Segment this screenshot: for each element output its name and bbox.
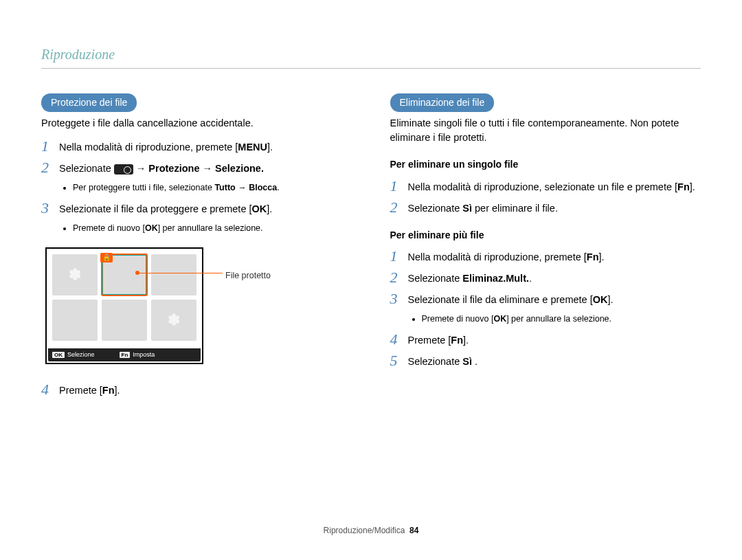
footer-ok-group: OKSelezione — [52, 350, 95, 359]
step-2: 2 Selezionate Eliminaz.Mult.. — [390, 270, 701, 286]
text: . — [277, 183, 279, 192]
step-1: 1 Nella modalità di riproduzione, premet… — [390, 249, 701, 265]
step-number: 2 — [41, 160, 51, 175]
step-number: 2 — [390, 270, 400, 285]
text: ]. — [115, 385, 120, 396]
text: Nella modalità di riproduzione, premete … — [408, 251, 587, 262]
step-text: Premete [Fn]. — [59, 382, 352, 398]
step-2: 2 Selezionate → Protezione → Selezione. — [41, 160, 352, 176]
text: Premete di nuovo [ — [422, 314, 494, 324]
step-text: Selezionate Sì per eliminare il file. — [408, 200, 701, 216]
text: . — [472, 356, 477, 367]
step-5: 5 Selezionate Sì . — [390, 353, 701, 369]
fn-key: Fn — [102, 385, 115, 396]
columns: Protezione dei file Proteggete i file da… — [41, 93, 701, 403]
step-text: Selezionate → Protezione → Selezione. — [59, 160, 352, 176]
camera-screenshot: ✽ 🔒 ✽ OKSelezione FnImposta — [45, 247, 203, 364]
step-text: Selezionate Sì . — [408, 353, 701, 369]
text: Nella modalità di riproduzione, premete … — [59, 142, 238, 153]
step-text: Nella modalità di riproduzione, premete … — [408, 249, 701, 265]
text: Premete [ — [408, 335, 451, 346]
subhead-single-delete: Per eliminare un singolo file — [390, 157, 701, 171]
step-text: Selezionate Eliminaz.Mult.. — [408, 270, 701, 286]
text: Selezionate — [59, 163, 114, 174]
thumb-5 — [102, 300, 147, 341]
ok-key: OK — [493, 314, 506, 324]
text: Selezionate il file da proteggere e prem… — [59, 203, 252, 214]
step-3: 3 Selezionate il file da proteggere e pr… — [41, 201, 352, 216]
text: Premete [ — [59, 385, 102, 396]
page-footer: Riproduzione/Modifica 84 — [0, 526, 742, 535]
step-1: 1 Nella modalità di riproduzione, selezi… — [390, 179, 701, 194]
text: ]. — [607, 294, 613, 305]
text: ]. — [599, 251, 605, 262]
flower-icon: ✽ — [168, 309, 180, 331]
callout-label: File protetto — [225, 269, 271, 282]
section-pill-delete: Eliminazione dei file — [390, 93, 495, 112]
section-subtitle: Eliminate singoli file o tutti i file co… — [390, 116, 701, 145]
step-text: Selezionate il file da proteggere e prem… — [59, 201, 352, 216]
steps-protect-cont: 3 Selezionate il file da proteggere e pr… — [41, 201, 352, 216]
step-number: 4 — [390, 332, 400, 347]
step-number: 1 — [41, 139, 51, 154]
ok-key: OK — [593, 294, 608, 305]
ok-key: OK — [145, 223, 158, 233]
step-number: 3 — [41, 201, 51, 216]
subhead-multi-delete: Per eliminare più file — [390, 228, 701, 242]
text: ] per annullare la selezione. — [158, 223, 263, 233]
text: . — [529, 273, 532, 284]
page-number: 84 — [409, 526, 418, 535]
step-3-bullets: Premete di nuovo [OK] per annullare la s… — [60, 222, 352, 234]
lock-icon: 🔒 — [100, 253, 113, 263]
bullet: Premete di nuovo [OK] per annullare la s… — [422, 313, 701, 325]
text: ]. — [690, 181, 695, 192]
right-column: Eliminazione dei file Eliminate singoli … — [390, 93, 701, 403]
thumb-3 — [151, 254, 196, 295]
bold: Blocca — [249, 183, 277, 192]
fn-key: Fn — [451, 335, 463, 346]
step-number: 1 — [390, 249, 400, 264]
step-text: Nella modalità di riproduzione, premete … — [59, 139, 352, 155]
text: Nella modalità di riproduzione, selezion… — [408, 181, 678, 192]
step-3-bullets: Premete di nuovo [OK] per annullare la s… — [409, 313, 701, 325]
camera-screenshot-wrap: ✽ 🔒 ✽ OKSelezione FnImposta — [45, 247, 352, 364]
step-1: 1 Nella modalità di riproduzione, premet… — [41, 139, 352, 155]
text: ]. — [267, 142, 273, 153]
step-number: 1 — [390, 179, 400, 194]
text: ] per annullare la selezione. — [506, 314, 611, 324]
footer-fn-group: FnImposta — [120, 350, 155, 359]
thumb-1: ✽ — [52, 254, 98, 295]
text: Selezionate il file da eliminare e preme… — [408, 294, 593, 305]
flower-icon: ✽ — [69, 264, 81, 286]
text: → — [236, 183, 249, 192]
step-number: 2 — [390, 200, 400, 215]
text: Selezionate — [408, 273, 463, 284]
breadcrumb-title: Riproduzione — [41, 47, 701, 69]
footer-fn-label: Imposta — [133, 351, 155, 358]
thumb-4 — [52, 300, 98, 341]
bold: Sì — [462, 203, 472, 214]
bullet: Premete di nuovo [OK] per annullare la s… — [73, 222, 352, 234]
text: per eliminare il file. — [472, 203, 558, 214]
step-text: Selezionate il file da eliminare e preme… — [408, 291, 701, 307]
ok-keycap: OK — [52, 352, 65, 358]
bold: Tutto — [214, 183, 235, 192]
section-pill-protect: Protezione dei file — [41, 93, 137, 112]
step-text: Nella modalità di riproduzione, selezion… — [408, 179, 701, 194]
section-subtitle: Proteggete i file dalla cancellazione ac… — [41, 116, 352, 131]
bold: Sì — [462, 356, 472, 367]
bullet: Per proteggere tutti i file, selezionate… — [73, 181, 352, 194]
text: Selezionate — [408, 203, 463, 214]
fn-key: Fn — [677, 181, 690, 192]
steps-protect-end: 4 Premete [Fn]. — [41, 382, 352, 398]
bold: Eliminaz.Mult. — [462, 273, 529, 284]
bold-path: → Protezione → Selezione. — [133, 163, 264, 174]
footer-section: Riproduzione/Modifica — [324, 526, 405, 535]
steps-delete-multi-cont: 4 Premete [Fn]. 5 Selezionate Sì . — [390, 332, 701, 369]
thumb-2-selected: 🔒 — [102, 254, 147, 295]
steps-delete-single: 1 Nella modalità di riproduzione, selezi… — [390, 179, 701, 216]
page-content: Riproduzione Protezione dei file Protegg… — [0, 0, 742, 424]
callout-line — [137, 273, 223, 273]
fn-key: Fn — [587, 251, 599, 262]
step-3: 3 Selezionate il file da eliminare e pre… — [390, 291, 701, 307]
